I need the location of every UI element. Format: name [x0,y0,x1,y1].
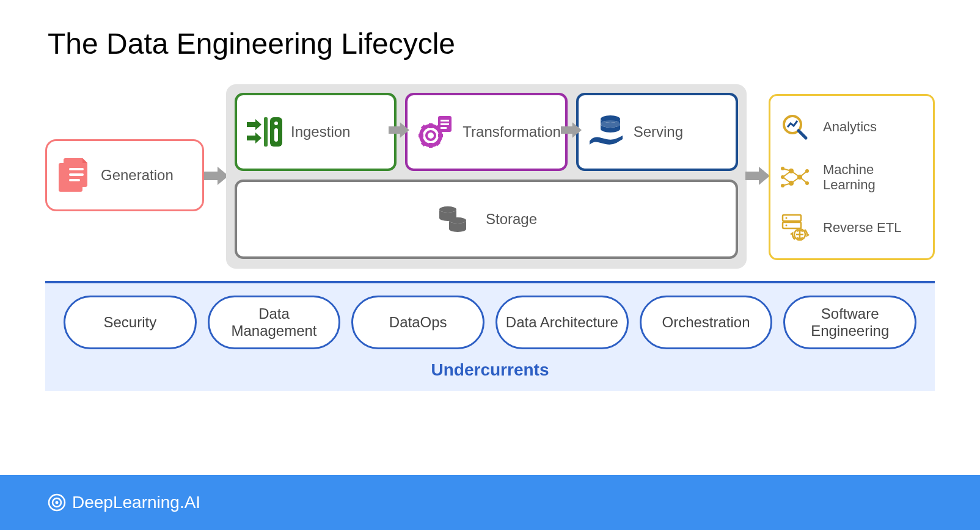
undercurrents-row: Security Data Management DataOps Data Ar… [64,296,916,349]
analytics-icon [780,112,810,142]
storage-label: Storage [486,211,537,228]
arrow-icon [561,121,582,139]
generation-box: Generation [45,139,204,211]
outputs-box: Analytics [769,94,935,260]
pill-dataops: DataOps [351,296,485,349]
svg-point-49 [56,501,59,504]
brand-logo: DeepLearning.AI [48,493,200,512]
serving-box: Serving [576,93,738,171]
svg-point-37 [789,169,794,173]
svg-point-40 [805,169,809,173]
svg-point-22 [601,120,620,128]
svg-point-45 [786,225,788,227]
svg-rect-0 [69,168,84,170]
svg-rect-19 [441,123,449,125]
svg-rect-11 [438,134,443,137]
lifecycle-diagram: Generation [45,84,935,280]
output-ml: Machine Learning [780,162,923,193]
serving-label: Serving [634,123,683,140]
svg-rect-18 [441,120,449,122]
transformation-icon [417,115,454,149]
storage-box: Storage [235,180,738,259]
svg-rect-8 [429,123,433,128]
brand-icon [48,493,66,512]
svg-point-41 [805,181,809,185]
reverse-etl-icon [780,212,810,242]
ingestion-label: Ingestion [291,123,350,140]
pill-data-management: Data Management [208,296,341,349]
svg-point-35 [781,175,784,179]
serving-icon [588,114,625,150]
output-retl: Reverse ETL [780,212,923,242]
arrow-icon [389,121,409,139]
document-icon [58,157,90,194]
pill-orchestration: Orchestration [640,296,773,349]
output-analytics: Analytics [780,112,923,142]
undercurrents-label: Undercurrents [64,360,916,380]
undercurrents-section: Security Data Management DataOps Data Ar… [45,281,935,391]
svg-point-16 [426,131,435,140]
transformation-box: Transformation [405,93,567,171]
brand-name: DeepLearning.AI [72,493,200,512]
svg-point-5 [274,122,278,125]
pill-software-engineering: Software Engineering [783,296,916,349]
svg-rect-3 [264,117,268,147]
svg-rect-1 [69,173,84,176]
svg-point-39 [797,175,802,180]
ingestion-icon [247,115,282,149]
svg-point-23 [439,206,456,212]
output-label: Machine Learning [823,162,923,193]
pill-security: Security [64,296,197,349]
arrow-icon [745,167,770,185]
svg-point-34 [781,167,784,170]
ingestion-box: Ingestion [235,93,397,171]
slide-title: The Data Engineering Lifecycle [48,27,455,60]
svg-rect-20 [441,127,447,129]
svg-rect-10 [419,134,423,137]
output-label: Analytics [823,119,877,134]
svg-point-24 [449,217,466,223]
core-stages-panel: Ingestion [226,84,747,269]
arrow-icon [204,167,229,185]
pill-data-architecture: Data Architecture [495,296,629,349]
storage-icon [436,203,470,235]
neural-network-icon [780,162,810,192]
svg-point-44 [786,217,788,219]
transformation-label: Transformation [463,123,561,140]
svg-point-36 [781,184,784,187]
svg-rect-6 [274,128,278,142]
svg-rect-9 [429,143,433,148]
svg-rect-2 [69,179,80,181]
generation-label: Generation [101,167,174,184]
svg-point-38 [789,181,794,186]
footer-bar: DeepLearning.AI [0,475,980,530]
output-label: Reverse ETL [823,220,901,235]
